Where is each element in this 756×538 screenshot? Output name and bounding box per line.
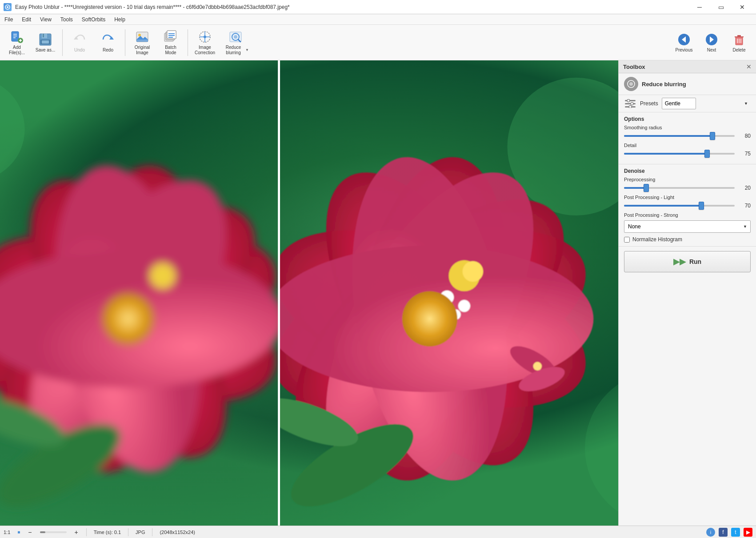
minimize-button[interactable]: ─ (689, 0, 710, 14)
presets-dropdown-wrapper: Gentle Strong Very Strong Custom (662, 98, 751, 109)
detail-fill (624, 153, 707, 155)
toolbar: Add File(s)... Save as... Undo (0, 25, 756, 60)
youtube-icon[interactable]: ▶ (744, 528, 752, 537)
batch-mode-icon (164, 30, 178, 44)
reduce-blurring-mode-row: Reduce blurring (619, 73, 756, 95)
presets-dropdown[interactable]: Gentle Strong Very Strong Custom (662, 98, 696, 109)
svg-rect-24 (168, 33, 175, 34)
reduce-blurring-button[interactable]: Reduce blurring ▼ (220, 27, 251, 59)
save-as-button[interactable]: Save as... (32, 27, 59, 59)
svg-rect-25 (168, 35, 175, 36)
redo-label: Redo (103, 48, 113, 53)
menu-edit[interactable]: Edit (17, 14, 36, 25)
preprocessing-value: 20 (735, 185, 751, 191)
smoothing-radius-value: 80 (735, 133, 751, 139)
zoom-slider[interactable] (40, 531, 67, 533)
image-area[interactable] (0, 60, 618, 526)
svg-point-87 (463, 261, 484, 282)
delete-icon (732, 32, 746, 47)
svg-point-33 (234, 35, 237, 39)
menu-tools[interactable]: Tools (56, 14, 77, 25)
svg-point-64 (150, 263, 176, 289)
redo-button[interactable]: Redo (95, 27, 121, 59)
time-display: Time (s): 0.1 (94, 530, 121, 535)
status-bar: 1:1 ■ − + Time (s): 0.1 JPG (2048x1152x2… (0, 526, 756, 538)
post-processing-strong-label: Post Processing - Strong (624, 212, 751, 218)
zoom-out-button[interactable]: − (27, 529, 32, 536)
smoothing-radius-slider[interactable] (624, 135, 735, 137)
post-processing-light-group: Post Processing - Light 70 (624, 195, 751, 209)
preprocessing-group: Preprocessing 20 (624, 177, 751, 191)
normalize-histogram-label[interactable]: Normalize Histogram (632, 236, 682, 243)
post-processing-light-slider[interactable] (624, 205, 735, 207)
menu-bar: File Edit View Tools SoftOrbits Help (0, 14, 756, 25)
smoothing-radius-thumb[interactable] (710, 132, 715, 140)
image-correction-button[interactable]: Image Correction (192, 27, 218, 59)
svg-rect-2 (12, 32, 19, 41)
delete-button[interactable]: Delete (726, 27, 752, 59)
batch-mode-button[interactable]: Batch Mode (157, 27, 184, 59)
run-button[interactable]: ▶▶ Run (624, 251, 751, 272)
preprocessing-thumb[interactable] (644, 184, 649, 192)
undo-icon (72, 32, 87, 47)
previous-icon (677, 32, 691, 47)
twitter-icon[interactable]: t (731, 528, 740, 537)
zoom-indicator: ■ (17, 530, 20, 534)
status-separator-1 (86, 528, 87, 536)
flower-image (0, 60, 618, 526)
zoom-in-button[interactable]: + (74, 529, 79, 536)
smoothing-radius-fill (624, 135, 712, 137)
toolbar-separator-1 (62, 29, 63, 56)
svg-point-1 (7, 6, 8, 8)
reduce-blurring-label: Reduce blurring (222, 45, 244, 56)
preprocessing-slider[interactable] (624, 187, 735, 189)
toolbar-separator-3 (188, 29, 188, 56)
dimensions-display: (2048x1152x24) (160, 530, 195, 535)
batch-mode-label: Batch Mode (160, 45, 182, 56)
svg-point-95 (631, 103, 633, 105)
svg-rect-26 (168, 37, 173, 38)
facebook-icon[interactable]: f (719, 528, 728, 537)
original-image-label: Original Image (131, 45, 153, 56)
reduce-blurring-mode-label: Reduce blurring (642, 81, 686, 88)
detail-value: 75 (735, 151, 751, 157)
menu-softorbits[interactable]: SoftOrbits (77, 14, 110, 25)
next-button[interactable]: Next (698, 27, 725, 59)
next-icon (704, 32, 719, 47)
svg-point-74 (458, 300, 470, 312)
image-correction-icon (198, 30, 212, 44)
svg-point-30 (204, 36, 206, 38)
post-processing-strong-dropdown-wrapper: None Low Medium High (624, 220, 751, 233)
post-processing-strong-dropdown[interactable]: None Low Medium High (624, 220, 751, 233)
detail-slider[interactable] (624, 153, 735, 155)
svg-rect-13 (42, 40, 49, 44)
undo-label: Undo (74, 48, 85, 53)
image-correction-label: Image Correction (194, 45, 216, 56)
toolbox-close-button[interactable]: ✕ (746, 63, 752, 70)
info-icon[interactable]: i (706, 528, 715, 537)
preprocessing-fill (624, 187, 646, 189)
original-image-button[interactable]: Original Image (129, 27, 156, 59)
close-button[interactable]: ✕ (732, 0, 752, 14)
previous-button[interactable]: Previous (671, 27, 697, 59)
delete-label: Delete (733, 48, 746, 52)
presets-icon (624, 98, 636, 109)
undo-button[interactable]: Undo (66, 27, 93, 59)
options-section: Options Smoothing radius 80 Detail (619, 112, 756, 164)
menu-file[interactable]: File (0, 14, 17, 25)
toolbar-right: Previous Next De (671, 27, 752, 59)
smoothing-radius-group: Smoothing radius 80 (624, 125, 751, 139)
detail-thumb[interactable] (704, 150, 710, 158)
add-files-button[interactable]: Add File(s)... (4, 27, 30, 59)
normalize-histogram-checkbox[interactable] (624, 237, 630, 243)
svg-rect-92 (625, 103, 636, 104)
menu-help[interactable]: Help (110, 14, 130, 25)
svg-rect-11 (43, 34, 44, 37)
maximize-button[interactable]: ▭ (711, 0, 731, 14)
post-processing-light-thumb[interactable] (699, 202, 704, 210)
menu-view[interactable]: View (36, 14, 56, 25)
toolbox-panel: Toolbox ✕ Reduce blurring (618, 60, 756, 526)
add-file-icon (10, 30, 24, 44)
toolbox-title: Toolbox (623, 64, 645, 70)
denoise-section: Denoise Preprocessing 20 Post Processing… (619, 164, 756, 247)
